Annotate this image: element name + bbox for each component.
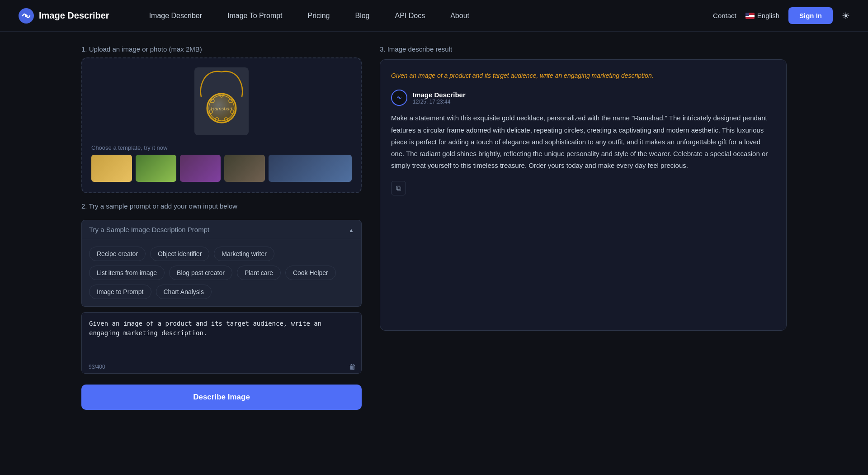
dropdown-content: Recipe creator Object identifier Marketi… (81, 239, 362, 307)
result-box: Given an image of a product and its targ… (380, 59, 787, 331)
result-avatar (391, 90, 407, 106)
right-panel: 3. Image describe result Given an image … (380, 45, 787, 331)
dropdown-placeholder: Try a Sample Image Description Prompt (89, 226, 209, 233)
main-nav: Image Describer Image To Prompt Pricing … (137, 8, 713, 24)
result-header: Image Describer 12/25, 17:23:44 (391, 90, 775, 106)
template-thumb-5[interactable] (269, 155, 352, 182)
nav-image-to-prompt[interactable]: Image To Prompt (215, 8, 295, 24)
dropdown-wrapper: Try a Sample Image Description Prompt Re… (81, 220, 362, 307)
upload-label: 1. Upload an image or photo (max 2MB) (81, 45, 362, 53)
template-thumb-3[interactable] (180, 155, 221, 182)
language-label: English (757, 12, 779, 19)
chip-plant-care[interactable]: Plant care (237, 266, 281, 280)
chip-blog-post-creator[interactable]: Blog post creator (169, 266, 232, 280)
template-thumb-1[interactable] (91, 155, 132, 182)
template-thumb-2[interactable] (136, 155, 176, 182)
nav-about[interactable]: About (438, 8, 482, 24)
chip-image-to-prompt[interactable]: Image to Prompt (89, 285, 151, 299)
uploaded-image-preview: Ramshad (194, 67, 249, 137)
result-name: Image Describer (413, 91, 466, 99)
chips-grid: Recipe creator Object identifier Marketi… (89, 247, 354, 299)
avatar-icon (395, 93, 404, 102)
copy-button[interactable]: ⧉ (391, 181, 406, 195)
chevron-up-icon (349, 226, 354, 233)
theme-toggle-button[interactable]: ☀ (842, 10, 850, 21)
char-count: 93/400 (89, 364, 105, 370)
describe-image-button[interactable]: Describe Image (81, 385, 362, 410)
chip-object-identifier[interactable]: Object identifier (150, 247, 209, 261)
logo-area[interactable]: Image Describer (18, 8, 109, 24)
svg-point-1 (25, 14, 28, 17)
chip-marketing-writer[interactable]: Marketing writer (214, 247, 274, 261)
prompt-section: 2. Try a sample prompt or add your own i… (81, 202, 362, 375)
chip-cook-helper[interactable]: Cook Helper (285, 266, 336, 280)
nav-api-docs[interactable]: API Docs (382, 8, 438, 24)
nav-pricing[interactable]: Pricing (295, 8, 343, 24)
header-right: Contact English Sign In ☀ (713, 7, 850, 24)
template-row (91, 155, 352, 182)
delete-icon[interactable]: 🗑 (349, 363, 356, 371)
upload-section: 1. Upload an image or photo (max 2MB) (81, 45, 362, 193)
textarea-footer: 93/400 🗑 (89, 363, 356, 371)
sign-in-button[interactable]: Sign In (788, 7, 833, 24)
main-content: 1. Upload an image or photo (max 2MB) (0, 32, 868, 423)
svg-point-13 (207, 94, 236, 123)
nav-image-describer[interactable]: Image Describer (137, 8, 215, 24)
chip-recipe-creator[interactable]: Recipe creator (89, 247, 146, 261)
dropdown-button[interactable]: Try a Sample Image Description Prompt (81, 220, 362, 239)
contact-link[interactable]: Contact (713, 12, 736, 19)
flag-icon (745, 13, 755, 19)
result-label: 3. Image describe result (380, 45, 787, 53)
prompt-highlight: Given an image of a product and its targ… (391, 71, 775, 81)
upload-area[interactable]: Ramshad Choose a template, try it now (81, 57, 362, 193)
prompt-textarea-wrapper: 93/400 🗑 (81, 312, 362, 375)
nav-blog[interactable]: Blog (342, 8, 382, 24)
result-text: Make a statement with this exquisite gol… (391, 112, 775, 171)
template-thumb-4[interactable] (224, 155, 265, 182)
logo-icon (18, 8, 34, 24)
svg-point-15 (398, 97, 400, 99)
logo-text: Image Describer (39, 10, 109, 21)
chip-list-items[interactable]: List items from image (89, 266, 165, 280)
necklace-svg: Ramshad (194, 67, 249, 135)
chip-chart-analysis[interactable]: Chart Analysis (156, 285, 212, 299)
template-label: Choose a template, try it now (91, 144, 167, 151)
result-meta: Image Describer 12/25, 17:23:44 (413, 91, 466, 105)
sun-icon: ☀ (842, 10, 850, 21)
language-selector[interactable]: English (745, 12, 779, 19)
left-panel: 1. Upload an image or photo (max 2MB) (81, 45, 362, 410)
prompt-section-label: 2. Try a sample prompt or add your own i… (81, 202, 362, 210)
result-time: 12/25, 17:23:44 (413, 99, 466, 105)
copy-icon: ⧉ (396, 184, 401, 192)
